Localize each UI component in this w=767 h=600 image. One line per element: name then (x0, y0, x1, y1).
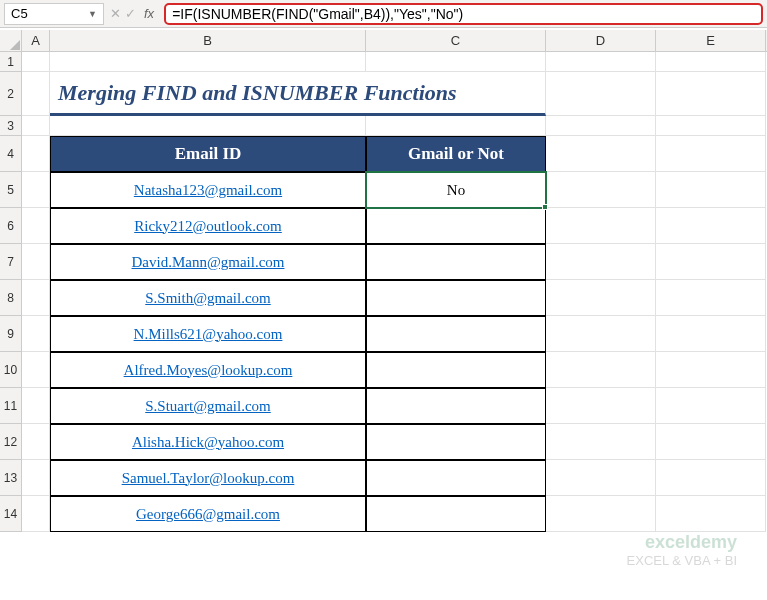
cell[interactable] (656, 208, 766, 244)
row-header-4[interactable]: 4 (0, 136, 21, 172)
cell[interactable] (656, 52, 766, 72)
row-header-11[interactable]: 11 (0, 388, 21, 424)
cell[interactable] (656, 424, 766, 460)
col-header-D[interactable]: D (546, 30, 656, 51)
grid[interactable]: Merging FIND and ISNUMBER FunctionsEmail… (22, 52, 767, 600)
cell[interactable] (546, 72, 656, 116)
cell[interactable] (546, 52, 656, 72)
cell[interactable] (22, 172, 50, 208)
cell[interactable] (656, 116, 766, 136)
cell[interactable] (546, 316, 656, 352)
result-cell[interactable] (366, 496, 546, 532)
row-header-2[interactable]: 2 (0, 72, 21, 116)
cell[interactable] (546, 460, 656, 496)
cell[interactable] (656, 316, 766, 352)
row-header-1[interactable]: 1 (0, 52, 21, 72)
email-link[interactable]: David.Mann@gmail.com (50, 244, 366, 280)
cell[interactable] (22, 136, 50, 172)
cell[interactable] (22, 244, 50, 280)
result-cell[interactable] (366, 280, 546, 316)
cell[interactable] (656, 172, 766, 208)
row-header-5[interactable]: 5 (0, 172, 21, 208)
cell[interactable] (546, 116, 656, 136)
cell[interactable] (546, 136, 656, 172)
row-header-12[interactable]: 12 (0, 424, 21, 460)
cell[interactable] (656, 460, 766, 496)
col-header-B[interactable]: B (50, 30, 366, 51)
cell[interactable] (546, 424, 656, 460)
result-cell[interactable] (366, 352, 546, 388)
email-link[interactable]: Natasha123@gmail.com (50, 172, 366, 208)
result-cell[interactable] (366, 316, 546, 352)
cell[interactable] (22, 316, 50, 352)
cell[interactable] (22, 72, 50, 116)
row-header-14[interactable]: 14 (0, 496, 21, 532)
result-cell[interactable] (366, 424, 546, 460)
cell[interactable] (22, 388, 50, 424)
row-header-6[interactable]: 6 (0, 208, 21, 244)
result-cell[interactable]: No (366, 172, 546, 208)
accept-icon[interactable]: ✓ (125, 6, 136, 21)
col-header-A[interactable]: A (22, 30, 50, 51)
cell[interactable] (366, 52, 546, 72)
cell[interactable] (366, 116, 546, 136)
row-header-3[interactable]: 3 (0, 116, 21, 136)
dropdown-icon[interactable]: ▼ (88, 9, 97, 19)
row-header-9[interactable]: 9 (0, 316, 21, 352)
fx-icon[interactable]: fx (140, 6, 158, 21)
cell[interactable] (656, 72, 766, 116)
cell[interactable] (22, 208, 50, 244)
email-link[interactable]: Alfred.Moyes@lookup.com (50, 352, 366, 388)
formula-bar: C5 ▼ ✕ ✓ fx =IF(ISNUMBER(FIND("Gmail",B4… (0, 0, 767, 28)
cancel-icon[interactable]: ✕ (110, 6, 121, 21)
cell[interactable] (22, 424, 50, 460)
cell[interactable] (656, 280, 766, 316)
email-link[interactable]: Samuel.Taylor@lookup.com (50, 460, 366, 496)
email-link[interactable]: S.Smith@gmail.com (50, 280, 366, 316)
email-link[interactable]: Ricky212@outlook.com (50, 208, 366, 244)
cell[interactable] (50, 116, 366, 136)
cell[interactable] (656, 352, 766, 388)
cell[interactable] (546, 496, 656, 532)
result-cell[interactable] (366, 460, 546, 496)
cell[interactable] (546, 172, 656, 208)
cell[interactable] (22, 52, 50, 72)
cell[interactable] (22, 116, 50, 136)
row-header-7[interactable]: 7 (0, 244, 21, 280)
cell[interactable] (656, 496, 766, 532)
email-link[interactable]: N.Mills621@yahoo.com (50, 316, 366, 352)
cell[interactable] (546, 352, 656, 388)
cell[interactable] (50, 52, 366, 72)
email-link[interactable]: S.Stuart@gmail.com (50, 388, 366, 424)
formula-input[interactable]: =IF(ISNUMBER(FIND("Gmail",B4)),"Yes","No… (164, 3, 763, 25)
cell[interactable] (656, 388, 766, 424)
result-cell[interactable] (366, 208, 546, 244)
result-cell[interactable] (366, 388, 546, 424)
col-header-E[interactable]: E (656, 30, 766, 51)
result-cell[interactable] (366, 244, 546, 280)
cell[interactable] (22, 280, 50, 316)
row-header-13[interactable]: 13 (0, 460, 21, 496)
row-headers: 1234567891011121314 (0, 52, 22, 532)
cell[interactable] (546, 388, 656, 424)
cell[interactable] (546, 280, 656, 316)
name-box[interactable]: C5 ▼ (4, 3, 104, 25)
cell[interactable] (22, 352, 50, 388)
cell[interactable] (546, 244, 656, 280)
cell-reference: C5 (11, 6, 28, 21)
formula-text: =IF(ISNUMBER(FIND("Gmail",B4)),"Yes","No… (172, 6, 463, 22)
fill-handle[interactable] (542, 204, 548, 210)
cell[interactable] (656, 136, 766, 172)
row-header-8[interactable]: 8 (0, 280, 21, 316)
cell[interactable] (22, 460, 50, 496)
cell[interactable] (656, 244, 766, 280)
select-all-corner[interactable] (0, 30, 22, 52)
row-header-10[interactable]: 10 (0, 352, 21, 388)
col-header-C[interactable]: C (366, 30, 546, 51)
cell[interactable] (546, 208, 656, 244)
page-title: Merging FIND and ISNUMBER Functions (50, 72, 546, 116)
email-link[interactable]: Alisha.Hick@yahoo.com (50, 424, 366, 460)
email-link[interactable]: George666@gmail.com (50, 496, 366, 532)
svg-marker-0 (10, 40, 20, 50)
cell[interactable] (22, 496, 50, 532)
